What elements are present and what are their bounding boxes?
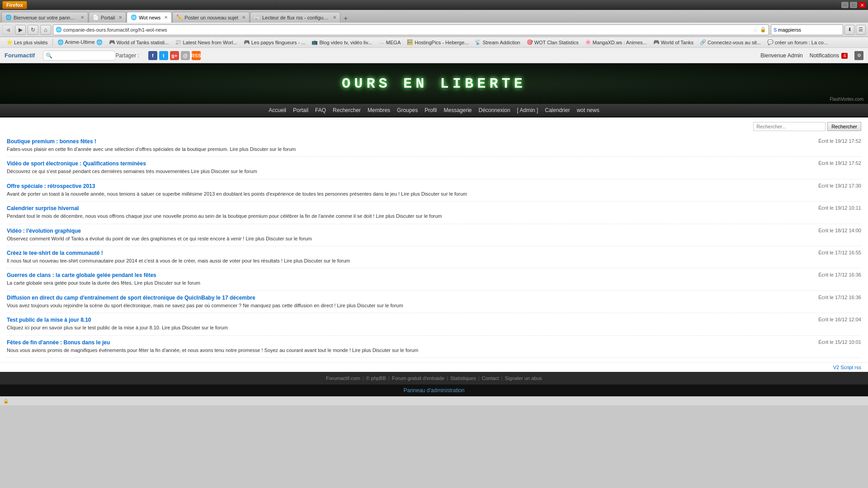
bookmark-connect[interactable]: 🔗 Connectez-vous au sit... (697, 38, 764, 47)
maximize-button[interactable]: □ (850, 2, 857, 8)
email-icon[interactable]: @ (181, 51, 190, 60)
forum-search-box[interactable]: 🔍 (43, 51, 115, 61)
footer-link-forumactif[interactable]: Forumactif.com (326, 375, 360, 381)
rss-link[interactable]: V2 Script rss (833, 365, 861, 370)
browser-search-bar[interactable]: S (771, 24, 843, 35)
bookmark-clan-stats[interactable]: 🎯 WOT Clan Statistics (524, 38, 581, 47)
tab-4[interactable]: ✏️ Poster un nouveau sujet ✕ (172, 12, 250, 23)
tab-close-4[interactable]: ✕ (242, 15, 245, 20)
nav-wot-news[interactable]: wot news (577, 107, 599, 113)
content-search-button[interactable]: Rechercher (827, 122, 861, 131)
nav-deconnexion[interactable]: Déconnexion (479, 107, 510, 113)
tab-1[interactable]: 🌐 Bienvenue sur votre panneau d'adm... ✕ (1, 12, 88, 23)
bookmark-star[interactable]: ☆ (753, 26, 759, 33)
bookmark-manga[interactable]: 🌸 MangaXD.ws : Animes... (582, 38, 650, 47)
nav-profil[interactable]: Profil (425, 107, 437, 113)
bookmark-papys[interactable]: 🎮 Les papys flingueurs - ... (241, 38, 308, 47)
bookmark-hostingpics[interactable]: 🖼️ HostingPics - Heberge... (404, 38, 471, 47)
forum-logo[interactable]: Forumactif (5, 52, 35, 59)
tab-close-1[interactable]: ✕ (80, 15, 84, 20)
tab-close-3[interactable]: ✕ (164, 15, 168, 20)
nav-faq[interactable]: FAQ (315, 107, 326, 113)
news-main-4: Calendrier surprise hivernal Pendant tou… (7, 205, 796, 220)
home-button[interactable]: ⌂ (40, 25, 51, 35)
forward-button[interactable]: ▶ (15, 25, 26, 35)
refresh-button[interactable]: ↻ (28, 25, 38, 35)
nav-messagerie[interactable]: Messagerie (443, 107, 472, 113)
news-title-7[interactable]: Guerres de clans : la carte globale gelé… (7, 272, 796, 278)
bookmark-latest-news[interactable]: 📰 Latest News from Worl... (172, 38, 240, 47)
tab-close-5[interactable]: ✕ (333, 15, 336, 20)
minimize-button[interactable]: ─ (841, 2, 849, 8)
news-title-2[interactable]: Vidéo de sport électronique : Qualificat… (7, 160, 796, 167)
news-title-5[interactable]: Vidéo : l'évolution graphique (7, 228, 796, 234)
url-input[interactable] (63, 27, 751, 33)
tab-2[interactable]: 📄 Portail ✕ (89, 12, 126, 23)
admin-icon[interactable]: ⚙ (854, 51, 863, 60)
nav-portail[interactable]: Portail (293, 107, 308, 113)
bookmark-label-connect: Connectez-vous au sit... (708, 40, 761, 45)
url-bar[interactable]: 🌐 ☆ 🔒 (53, 24, 769, 35)
news-desc-3: Avant de porter un toast à la nouvelle a… (7, 191, 467, 197)
downloads-button[interactable]: ⬇ (844, 25, 854, 35)
status-lock-icon: 🔒 (2, 397, 9, 404)
twitter-icon[interactable]: t (159, 51, 168, 60)
nav-rechercher[interactable]: Rechercher (333, 107, 361, 113)
content-search-input[interactable] (753, 122, 826, 131)
tab-close-2[interactable]: ✕ (118, 15, 122, 20)
admin-panel-link[interactable]: Panneau d'administration (403, 387, 464, 394)
rss-icon[interactable]: RSS (192, 51, 201, 60)
news-title-4[interactable]: Calendrier surprise hivernal (7, 205, 796, 211)
nav-membres[interactable]: Membres (368, 107, 390, 113)
firefox-button[interactable]: Firefox (2, 1, 27, 9)
news-item-7: Guerres de clans : la carte globale gelé… (7, 268, 861, 291)
bookmark-wot2[interactable]: 🎮 World of Tanks (651, 38, 696, 47)
bookmark-most-visited[interactable]: ⭐ Les plus visités (4, 38, 51, 47)
bookmark-blog[interactable]: 📺 Blog video tv, vidéo liv... (309, 38, 374, 47)
new-tab-button[interactable]: + (341, 14, 350, 23)
google-plus-icon[interactable]: g+ (170, 51, 179, 60)
notifications-button[interactable]: Notifications 4 (810, 52, 848, 59)
footer-link-entraide[interactable]: Forum gratuit d'entraide (392, 375, 444, 381)
bookmark-favicon-papys: 🎮 (244, 39, 250, 46)
footer-link-abus[interactable]: Signaler un abus (505, 375, 542, 381)
footer-link-statistiques[interactable]: Statistiques (450, 375, 476, 381)
tab-3[interactable]: 🌐 Wot news ✕ (127, 12, 172, 23)
browser-search-input[interactable] (778, 27, 840, 33)
nav-right-controls: S ⬇ ☰ (771, 24, 866, 35)
news-title-1[interactable]: Boutique premium : bonnes fêtes ! (7, 138, 796, 145)
news-title-9[interactable]: Test public de la mise à jour 8.10 (7, 317, 796, 323)
notifications-count-badge: 4 (841, 53, 848, 59)
nav-groupes[interactable]: Groupes (397, 107, 418, 113)
bookmark-anime[interactable]: 🌐 Anime-Ultime 🌐 (55, 38, 105, 47)
bookmark-stream[interactable]: 📡 Stream Addiction (472, 38, 523, 47)
tab-5[interactable]: 📰 Lecteur de flux rss - configuration ✕ (250, 12, 340, 23)
footer-link-phpbb[interactable]: © phpBB (366, 375, 386, 381)
facebook-icon[interactable]: f (148, 51, 157, 60)
news-title-10[interactable]: Fêtes de fin d'année : Bonus dans le jeu (7, 339, 796, 346)
bookmark-wot-stats[interactable]: 🎮 World of Tanks statisti... (106, 38, 172, 47)
news-main-2: Vidéo de sport électronique : Qualificat… (7, 160, 796, 175)
news-title-3[interactable]: Offre spéciale : rétrospective 2013 (7, 183, 796, 189)
bookmark-create-forum[interactable]: 💬 créer un forum : La co... (764, 38, 830, 47)
bookmark-label-mega: MEGA (386, 40, 401, 45)
search-glass-icon: 🔍 (46, 52, 52, 59)
tab-favicon-1: 🌐 (5, 14, 12, 21)
news-title-6[interactable]: Créez le tee-shirt de la communauté ! (7, 250, 796, 256)
nav-admin[interactable]: [ Admin ] (517, 107, 538, 113)
menu-button[interactable]: ☰ (856, 25, 866, 35)
news-desc-10: Nous vous avions promis de magnifiques é… (7, 347, 418, 353)
nav-accueil[interactable]: Accueil (269, 107, 286, 113)
back-button[interactable]: ◀ (2, 25, 13, 35)
footer-link-contact[interactable]: Contact (482, 375, 499, 381)
news-item-1: Boutique premium : bonnes fêtes ! Faites… (7, 135, 861, 157)
bookmark-label-visited: Les plus visités (14, 40, 48, 45)
forum-search-input[interactable] (54, 53, 116, 58)
bookmark-label-papys: Les papys flingueurs - ... (251, 40, 306, 45)
close-button[interactable]: ✕ (859, 2, 866, 8)
bookmark-mega[interactable]: ☁️ MEGA (376, 38, 403, 47)
news-desc-4: Pendant tout le mois de décembre, nous v… (7, 213, 442, 219)
news-date-6: Écrit le 17/12 16:55 (802, 250, 861, 264)
news-title-8[interactable]: Diffusion en direct du camp d'entraîneme… (7, 295, 796, 301)
nav-calendrier[interactable]: Calendrier (545, 107, 570, 113)
